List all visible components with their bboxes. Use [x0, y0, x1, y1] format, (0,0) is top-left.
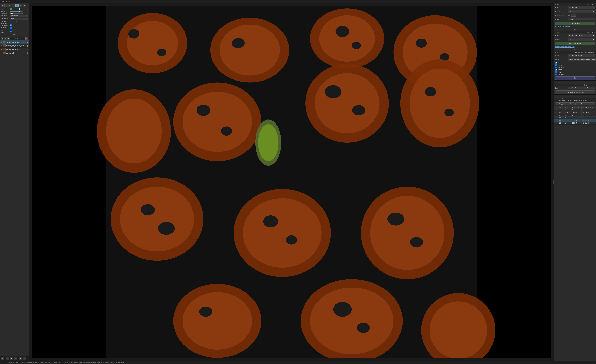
tool-square[interactable]: □ [6, 357, 9, 360]
table-row[interactable]: 13 13 715.0 1518.0 30.1722768 [554, 119, 596, 122]
table-row[interactable]: 10 10 1685.0 2500.0 46.318556 [554, 111, 596, 114]
dock-2-image-select[interactable]: sample_cells_median [568, 34, 595, 37]
dock-section-regionprops: ✕ ◈ Regionprops (scikit-image, nk... ima… [554, 51, 596, 80]
tool-select[interactable]: ◈ [5, 4, 8, 7]
tool-transform[interactable]: ⊕ [1, 4, 4, 7]
table-row[interactable]: 14 14 1654.0 2162.0 45.890502 [554, 122, 596, 124]
layer-delete-btn[interactable]: ✕ [25, 37, 28, 40]
blending-select[interactable]: translucent [10, 15, 28, 17]
table-row[interactable]: 9 9 1.0 1.0 1.... [554, 109, 596, 111]
resize-handle[interactable]: ⋮ [553, 180, 554, 184]
layer-item[interactable]: 👁 sample_cells_median_thres... 🔒 [0, 44, 29, 48]
tool-undo[interactable]: ↺ [22, 4, 26, 7]
layer-item[interactable]: 👁 sample_cells_median_thres... 🔒 [0, 40, 29, 44]
tool-minus[interactable]: ⊖ [1, 357, 4, 360]
table-row[interactable]: 12 12 3.0 3.0 1.... [554, 116, 596, 119]
copy-to-clipboard-button[interactable]: Copy to clipboard [555, 102, 575, 105]
properties-table-container[interactable]: label area bbox_area equivalent_diam 9 9… [554, 106, 596, 125]
layer-item[interactable]: 👁 sample_cells_median 🖼 [0, 48, 29, 51]
contiguous-checkbox[interactable] [10, 24, 12, 26]
dock-5-close[interactable]: ✕ [555, 99, 556, 101]
dock-3-pin[interactable]: ◈ [557, 52, 558, 53]
canvas-inner[interactable] [32, 6, 551, 358]
run-button[interactable]: Run [555, 76, 595, 80]
dock-1-mode-select[interactable]: nearest [568, 18, 595, 20]
color-mode-select[interactable]: auto [10, 17, 28, 20]
table-header-equiv-diam[interactable]: equivalent_diam [581, 106, 596, 109]
dock-1-footprint-select[interactable]: disk [568, 10, 595, 13]
dock-2-close[interactable]: ✕ [555, 31, 556, 33]
shape-checkbox[interactable] [555, 69, 557, 71]
tool-paint[interactable]: ✏ [8, 4, 11, 7]
tool-grid[interactable]: ⊞ [10, 357, 13, 360]
position-checkbox[interactable] [555, 71, 557, 73]
table-cell-bbox-area: 8.0 [571, 114, 581, 116]
tool-polygon[interactable]: ⬡ [12, 4, 15, 7]
layer-item[interactable]: 👁 sample_cells 🖼 [0, 51, 29, 55]
tool-erase[interactable]: ✦ [19, 4, 22, 7]
tool-fill[interactable]: ● [15, 4, 19, 7]
layer-points-btn[interactable]: ◉ [7, 37, 10, 40]
label-slider[interactable] [13, 9, 23, 9]
dock-3-image-select[interactable]: sample_cells (data) [568, 54, 595, 57]
table-header-bbox-area[interactable]: bbox_area [571, 106, 581, 109]
preserve-labels-checkbox[interactable] [10, 27, 12, 29]
table-scrollbar[interactable] [554, 124, 596, 125]
dock-3-title: Regionprops (scikit-image, nk... [575, 52, 595, 53]
layer-name: sample_cells [6, 52, 26, 54]
tool-split[interactable]: ⊟ [19, 357, 22, 360]
perimeter-checkbox[interactable] [555, 67, 557, 68]
dock-1-expand[interactable]: □ [559, 4, 559, 5]
dock-3-close[interactable]: ✕ [555, 52, 556, 53]
opacity-slider[interactable] [10, 11, 23, 12]
layer-controls-menu[interactable]: ••• [1, 33, 28, 36]
table-header-area[interactable]: area [564, 106, 571, 109]
dock-3-labels-select[interactable]: sample_cells_median_threshold_otsu_label… [568, 58, 596, 61]
size-checkbox[interactable] [555, 62, 557, 64]
contour-label: Contour: [1, 20, 10, 22]
svg-point-48 [310, 288, 394, 354]
contour-row: Contour: — 0 + [1, 20, 28, 22]
footprint-size-plus[interactable]: + [577, 15, 579, 16]
dock-2-pin[interactable]: ◈ [557, 31, 558, 33]
brush-size-slider[interactable] [10, 13, 23, 14]
save-as-csv-button[interactable]: Save as csv... [575, 102, 595, 105]
layer-visibility-toggle[interactable]: 👁 [1, 45, 2, 47]
dock-1-title: Dock widget [587, 4, 595, 5]
layer-add-btn[interactable]: ⊕ [1, 37, 3, 40]
svg-point-41 [370, 196, 445, 270]
layer-shapes-btn[interactable]: ◈ [4, 37, 7, 40]
intensity-label: intensity [558, 65, 563, 66]
table-header-label[interactable]: label [558, 106, 564, 109]
show-selected-checkbox[interactable] [10, 31, 12, 32]
moments-checkbox[interactable] [555, 73, 557, 75]
dock-2-method-select[interactable]: otsu [568, 38, 595, 41]
apply-operation-button[interactable]: Apply operation [555, 22, 595, 25]
dock-4-pin[interactable]: ◈ [557, 84, 558, 86]
layer-visibility-toggle[interactable]: 👁 [1, 49, 2, 50]
bottom-toolbar: ⊖ □ ⊞ ↔ ⊟ ⌂ [0, 356, 29, 361]
find-connected-components-button[interactable]: Find connected components [555, 90, 595, 94]
dock-4-labels-select[interactable]: sample_cells_median_threshold_otsu [568, 87, 595, 89]
table-row[interactable]: 11 11 6.0 8.0 2.... [554, 114, 596, 116]
left-panel: ⊕ ◈ ✏ ⬡ ● ✦ ↺ label 13 opacity: [0, 3, 29, 361]
footprint-size-input[interactable] [571, 14, 576, 16]
layer-visibility-toggle[interactable]: 👁 [1, 52, 2, 54]
dock-4-close[interactable]: ✕ [555, 84, 556, 86]
apply-thresholding-button[interactable]: Apply Thresholding [555, 42, 595, 45]
dock-5-pin[interactable]: ◈ [557, 99, 558, 101]
svg-point-3 [128, 29, 140, 38]
intensity-checkbox[interactable] [555, 64, 557, 66]
threshold-link[interactable]: skimage.filters.threshold_otsu [554, 46, 596, 48]
dock-4-labels-label: Labels [555, 87, 567, 89]
tool-arrows[interactable]: ↔ [14, 357, 17, 360]
median-link[interactable]: skimage.filters.median [554, 25, 596, 28]
dock-1-image-select[interactable]: sample_cells [568, 6, 595, 9]
dock-2-expand[interactable]: □ [559, 31, 559, 33]
dock-1-pin[interactable]: ◈ [557, 4, 558, 5]
dock-1-close[interactable]: ✕ [555, 4, 556, 5]
tool-home[interactable]: ⌂ [23, 357, 26, 360]
label-color-swatch[interactable] [10, 8, 12, 10]
layer-visibility-toggle[interactable]: 👁 [1, 41, 2, 43]
footprint-size-minus[interactable]: — [568, 15, 570, 16]
